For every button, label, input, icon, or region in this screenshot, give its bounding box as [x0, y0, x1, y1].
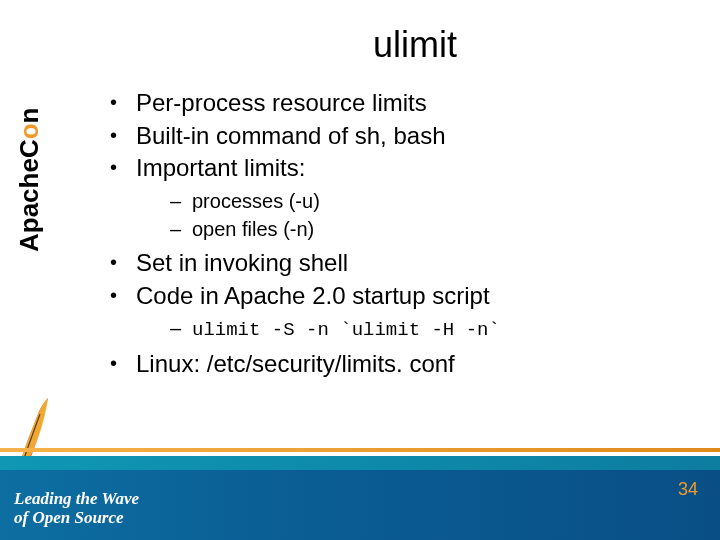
- bullet-text: Code in Apache 2.0 startup script: [136, 282, 490, 309]
- bullet-item: Linux: /etc/security/limits. conf: [110, 349, 690, 380]
- footer-stripe-orange: [0, 448, 720, 452]
- brand-text-head: ApacheC: [14, 139, 44, 252]
- footer-stripe-teal: [0, 456, 720, 470]
- sub-bullet-item: open files (-n): [170, 216, 690, 242]
- brand-text-tail: n: [14, 108, 44, 124]
- sub-bullet-item: ulimit -S -n `ulimit -H -n`: [170, 315, 690, 343]
- code-snippet: ulimit -S -n `ulimit -H -n`: [192, 319, 500, 341]
- bullet-list: Per-process resource limits Built-in com…: [110, 88, 690, 380]
- page-number: 34: [678, 479, 698, 500]
- bullet-text: Important limits:: [136, 154, 305, 181]
- bullet-item: Built-in command of sh, bash: [110, 121, 690, 152]
- bullet-item: Important limits: processes (-u) open fi…: [110, 153, 690, 242]
- brand-text-accent: o: [14, 123, 44, 139]
- bullet-item: Per-process resource limits: [110, 88, 690, 119]
- apachecon-wordmark-vertical: ApacheCon: [0, 12, 60, 258]
- footer-tagline: Leading the Wave of Open Source: [14, 489, 139, 528]
- bullet-item: Code in Apache 2.0 startup script ulimit…: [110, 281, 690, 344]
- slide-footer: Leading the Wave of Open Source 34: [0, 448, 720, 540]
- footer-body: Leading the Wave of Open Source: [0, 470, 720, 540]
- tagline-line2: of Open Source: [14, 508, 124, 527]
- tagline-line1: Leading the Wave: [14, 489, 139, 508]
- slide-content: ulimit Per-process resource limits Built…: [80, 10, 690, 382]
- sub-bullet-list: ulimit -S -n `ulimit -H -n`: [170, 315, 690, 343]
- sub-bullet-item: processes (-u): [170, 188, 690, 214]
- sub-bullet-list: processes (-u) open files (-n): [170, 188, 690, 242]
- bullet-item: Set in invoking shell: [110, 248, 690, 279]
- slide-title: ulimit: [80, 24, 690, 66]
